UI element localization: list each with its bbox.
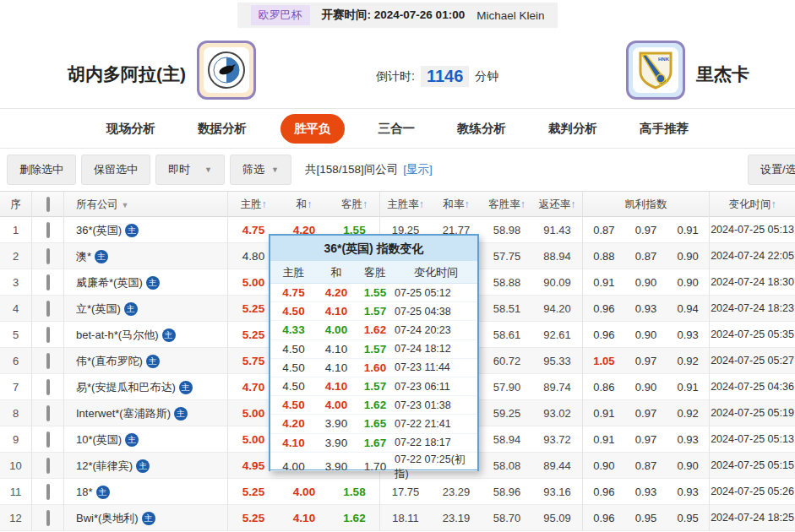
away-odds[interactable]: 1.62 — [329, 505, 380, 531]
popup-row: 4.00 3.90 1.70 07-22 07:25(初指) — [270, 453, 477, 471]
home-rate: 18.11 — [380, 505, 431, 531]
away-rate: 58.61 — [482, 322, 532, 348]
col-header-company[interactable]: 所有公司 ▼ — [64, 192, 228, 218]
away-rate: 58.98 — [482, 217, 532, 243]
col-header-away[interactable]: 客胜↑ — [329, 192, 380, 218]
row-checkbox-cell — [32, 217, 64, 243]
kelly-draw: 0.87 — [625, 453, 667, 479]
referee-name: Michael Klein — [476, 9, 544, 22]
popup-change-time: 07-24 18:12 — [395, 343, 477, 355]
nav-tab[interactable]: 数据分析 — [189, 114, 255, 144]
company-cell[interactable]: Interwet*(塞浦路斯) 主 — [64, 400, 228, 426]
company-cell[interactable]: 36*(英国) 主 — [64, 217, 228, 243]
return-rate: 93.72 — [532, 426, 583, 453]
kelly-home: 0.96 — [583, 479, 625, 505]
row-checkbox[interactable] — [46, 432, 50, 448]
col-header-draw[interactable]: 和↑ — [279, 192, 329, 218]
kelly-cell: 0.91 0.90 0.90 — [583, 269, 710, 296]
nav-tab[interactable]: 教练分析 — [449, 114, 515, 144]
filter-dropdown[interactable]: 筛选 ▼ — [230, 155, 291, 185]
nav-tab[interactable]: 三合一 — [370, 114, 424, 144]
home-badge-icon: 主 — [95, 250, 108, 263]
popup-home-odds: 4.50 — [270, 305, 317, 318]
col-header-return-rate[interactable]: 返还率↑ — [532, 192, 583, 218]
countdown-label: 倒计时: — [376, 69, 415, 84]
home-logo-frame — [204, 47, 249, 93]
row-checkbox[interactable] — [46, 353, 50, 369]
popup-home-odds: 4.50 — [270, 399, 317, 411]
chevron-down-icon: ▼ — [121, 201, 128, 209]
row-checkbox[interactable] — [46, 327, 50, 343]
company-name: 12*(菲律宾) — [76, 453, 133, 479]
col-header-home-rate[interactable]: 主胜率↑ — [380, 192, 431, 218]
row-checkbox[interactable] — [46, 484, 50, 500]
change-time: 2024-07-25 05:19 — [710, 400, 795, 426]
popup-home-odds: 4.10 — [270, 437, 317, 449]
kelly-away: 0.93 — [667, 322, 709, 348]
away-odds[interactable]: 1.58 — [329, 479, 380, 505]
row-checkbox[interactable] — [46, 405, 50, 421]
company-cell[interactable]: bet-at-h*(马尔他) 主 — [64, 322, 228, 348]
company-cell[interactable]: 立*(英国) 主 — [64, 296, 228, 322]
popup-change-time: 07-22 07:25(初指) — [395, 453, 477, 481]
popup-away-odds: 1.67 — [356, 437, 395, 449]
show-link[interactable]: [显示] — [403, 162, 433, 177]
draw-odds[interactable]: 4.00 — [279, 479, 329, 505]
kelly-home: 0.96 — [583, 322, 625, 348]
nav-tab[interactable]: 现场分析 — [98, 114, 164, 144]
company-cell[interactable]: 18* 主 — [64, 479, 228, 505]
nav-tab[interactable]: 裁判分析 — [540, 114, 606, 144]
popup-draw-odds: 4.10 — [317, 380, 356, 393]
company-name: 立*(英国) — [76, 296, 121, 322]
draw-odds[interactable]: 4.10 — [279, 505, 329, 531]
change-time: 2024-07-25 05:15 — [710, 453, 795, 479]
popup-col-home: 主胜 — [270, 261, 317, 284]
col-header-home[interactable]: 主胜↑ — [228, 192, 279, 218]
kelly-draw: 0.90 — [625, 374, 667, 400]
draw-rate: 23.29 — [431, 479, 482, 505]
company-cell[interactable]: 澳* 主 — [64, 243, 228, 269]
row-checkbox[interactable] — [46, 458, 50, 474]
company-cell[interactable]: 威廉希*(英国) 主 — [64, 269, 228, 296]
instant-dropdown-value: 即时 — [168, 162, 190, 177]
kelly-cell: 0.90 0.87 0.90 — [583, 453, 710, 479]
kelly-draw: 0.97 — [625, 426, 667, 453]
company-cell[interactable]: 12*(菲律宾) 主 — [64, 453, 228, 479]
company-cell[interactable]: 伟*(直布罗陀) 主 — [64, 348, 228, 374]
home-badge-icon: 主 — [146, 276, 160, 290]
league-badge[interactable]: 欧罗巴杯 — [251, 5, 310, 25]
nav-tab[interactable]: 高手推荐 — [631, 114, 697, 144]
row-checkbox[interactable] — [46, 274, 50, 290]
row-checkbox[interactable] — [46, 222, 50, 238]
company-name: 18* — [76, 479, 93, 505]
delete-selected-button[interactable]: 删除选中 — [7, 155, 76, 185]
kelly-draw: 0.90 — [625, 322, 667, 348]
row-checkbox[interactable] — [46, 248, 50, 264]
row-checkbox[interactable] — [46, 301, 50, 317]
row-checkbox-cell — [32, 505, 64, 531]
change-time: 2024-07-24 18:23 — [710, 296, 795, 322]
home-badge-icon: 主 — [174, 407, 188, 421]
home-badge-icon: 主 — [179, 381, 193, 394]
company-cell[interactable]: 10*(英国) 主 — [64, 426, 228, 453]
row-checkbox[interactable] — [46, 510, 50, 526]
away-rate: 57.75 — [482, 243, 532, 269]
away-rate: 58.96 — [482, 479, 532, 505]
sort-asc-icon: ↑ — [362, 198, 368, 210]
row-checkbox[interactable] — [46, 379, 50, 395]
nav-tab[interactable]: 胜平负 — [280, 114, 345, 144]
col-header-draw-rate[interactable]: 和率↑ — [431, 192, 482, 218]
home-odds[interactable]: 5.25 — [228, 505, 279, 531]
keep-selected-button[interactable]: 保留选中 — [81, 155, 150, 185]
settings-button[interactable]: 设置/选 — [748, 155, 795, 185]
kelly-home: 0.90 — [583, 453, 625, 479]
company-cell[interactable]: 易*(安提瓜和巴布达) 主 — [64, 374, 228, 400]
home-odds[interactable]: 5.25 — [228, 479, 279, 505]
popup-draw-odds: 4.20 — [317, 286, 356, 299]
col-header-away-rate[interactable]: 客胜率↑ — [482, 192, 532, 218]
company-cell[interactable]: Bwi*(奥地利) 主 — [64, 505, 228, 531]
instant-dropdown[interactable]: 即时 ▼ — [155, 155, 225, 185]
select-all-checkbox[interactable] — [46, 197, 50, 212]
kelly-home: 0.91 — [583, 269, 625, 296]
col-header-time[interactable]: 变化时间↑ — [710, 192, 795, 218]
